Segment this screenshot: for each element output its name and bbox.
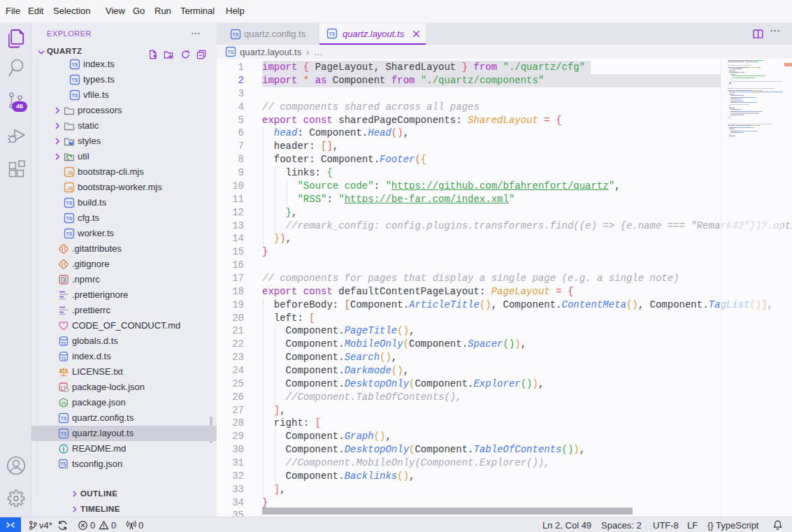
svg-text:TS: TS [66, 201, 73, 206]
svg-text:JS: JS [61, 401, 66, 405]
svg-text:TS: TS [66, 216, 73, 221]
svg-text:TS: TS [72, 93, 78, 98]
svg-text:TS: TS [228, 50, 234, 55]
svg-text:TS: TS [233, 32, 239, 37]
svg-text:TS: TS [61, 357, 66, 361]
svg-text:TS: TS [72, 62, 78, 67]
svg-text:TS: TS [61, 431, 67, 436]
svg-text:TS: TS [61, 416, 67, 421]
svg-text:TS: TS [329, 31, 336, 36]
svg-text:.JS: .JS [66, 171, 73, 175]
svg-text:.JS: .JS [66, 186, 73, 191]
svg-text:TS: TS [61, 341, 66, 345]
svg-text:TS: TS [66, 231, 73, 236]
svg-text:TS: TS [72, 78, 78, 82]
svg-text:TS: TS [60, 461, 66, 466]
